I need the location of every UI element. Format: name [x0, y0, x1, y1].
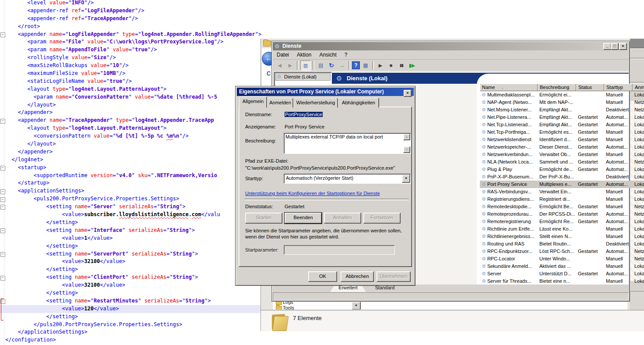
table-row[interactable]: ⚙NetzwerklistendienstIdentifiziert d...G…	[480, 136, 644, 143]
ok-button[interactable]: OK	[308, 271, 337, 282]
dialog-tab-anmelden[interactable]: Anmelden	[267, 98, 293, 108]
code-line[interactable]: <appender-ref ref="TraceAppender"/>	[0, 15, 318, 23]
scroll-down-icon[interactable]: ▼	[403, 146, 410, 153]
beschreibung-field[interactable]: Multiplexes external TCP/IP data on loca…	[284, 133, 411, 154]
cell-name: ⚙NAP-Agent (Netwo...	[480, 99, 538, 106]
dialog-tab-wiederherstellung[interactable]: Wiederherstellung	[293, 98, 338, 108]
forward-icon[interactable]: ►	[285, 61, 295, 70]
uebernehmen-button[interactable]: Übernehmen	[377, 271, 411, 282]
restart-service-icon[interactable]: ▮▶	[407, 61, 417, 70]
code-editor[interactable]: <level value="INFO"/><appender-ref ref="…	[0, 0, 271, 345]
show-console-tree-icon[interactable]: ▥	[300, 60, 311, 71]
help-icon[interactable]: ?	[352, 61, 360, 69]
table-row[interactable]: ⚙Port Proxy ServiceMultiplexes e...Gesta…	[480, 181, 644, 188]
properties-icon[interactable]: ▤	[316, 61, 326, 70]
table-row[interactable]: ⚙Richtlinienergebniss...Stellt einen N..…	[480, 233, 644, 240]
fold-marker-icon[interactable]: −	[0, 166, 5, 171]
menu-item-ansicht[interactable]: Ansicht	[315, 50, 340, 58]
table-row[interactable]: ⚙Remotedesktopdie...Ermöglicht Be...Gest…	[480, 203, 644, 210]
dropdown-button[interactable]: ▼	[352, 302, 361, 309]
table-row[interactable]: ⚙RemoteregistrierungErmöglicht Re...Gest…	[480, 218, 644, 225]
table-row[interactable]: ⚙Netzwerkverbindun...Verwaltet Ob...Gest…	[480, 151, 644, 158]
fold-marker-icon[interactable]: −	[0, 119, 5, 124]
code-line[interactable]: <appender name="LogFileAppender" type="l…	[0, 31, 318, 39]
dialog-titlebar[interactable]: Eigenschaften von Port Proxy Service (Lo…	[237, 88, 414, 96]
table-row[interactable]: ⚙PnP-X-IP-Busenum...Der PnP-X-Bu...Deakt…	[480, 173, 644, 181]
cell-status: Gestartet	[576, 218, 604, 225]
table-row[interactable]: ⚙Server für Threads...Bietet eine n...Ma…	[480, 277, 644, 285]
startparameter-input[interactable]	[284, 245, 395, 255]
table-row[interactable]: ⚙Registrierungsdiens...Registriert di...…	[480, 196, 644, 203]
fold-marker-icon[interactable]: −	[0, 276, 5, 281]
column-header-status[interactable]: Status	[576, 84, 604, 91]
dialog-tab-abhängigkeiten[interactable]: Abhängigkeiten	[338, 98, 379, 108]
table-row[interactable]: ⚙RPC-Endpunktzuor...Löst RPC-Sch...Gesta…	[480, 248, 644, 255]
table-row[interactable]: ⚙NLA (Network Loca...Sammelt und ...Gest…	[480, 158, 644, 166]
fold-marker-icon[interactable]: −	[0, 252, 5, 257]
dienstname-value: PortProxyService	[285, 112, 323, 117]
fold-marker-icon[interactable]: −	[0, 189, 5, 194]
menu-item-aktion[interactable]: Aktion	[293, 50, 315, 58]
fold-marker-icon[interactable]: −	[0, 205, 5, 210]
extended-view-icon[interactable]: ▦	[361, 61, 370, 70]
table-row[interactable]: ⚙Netzwerkspeicher-...Dieser Dienst...Ges…	[480, 143, 644, 151]
service-gear-icon: ⚙	[482, 196, 486, 202]
table-row[interactable]: ⚙Net.Tcp-Listenerad...Empfängt Akt...Ges…	[480, 121, 644, 128]
table-row[interactable]: ⚙RAS-Verbindungsv...Verwaltet Ein...Manu…	[480, 188, 644, 196]
export-list-icon[interactable]: →	[337, 61, 347, 70]
table-row[interactable]: ⚙ServerUnterstützt D...GestartetAutomat.…	[480, 270, 644, 277]
table-row[interactable]: ⚙Remoteprozedurau...Der RPCSS-Di...Gesta…	[480, 210, 644, 218]
table-row[interactable]: ⚙Net.Pipe-Listenera...Empfängt Akt...Ges…	[480, 114, 644, 121]
tree-item[interactable]: Tools	[283, 305, 294, 309]
dialog-tab-allgemein[interactable]: Allgemein	[239, 96, 267, 108]
column-header-starttyp[interactable]: Starttyp	[604, 84, 633, 91]
cell-name: ⚙RPC-Locator	[480, 255, 538, 263]
back-icon[interactable]: ◄	[275, 61, 285, 70]
table-row[interactable]: ⚙RPC-LocatorUnter Windo...ManuellNetzwer…	[480, 255, 644, 263]
table-row[interactable]: ⚙Routing und RASBietet Routin...Deaktivi…	[480, 240, 644, 248]
abbrechen-button[interactable]: Abbrechen	[341, 271, 374, 282]
close-button[interactable]: ×	[619, 43, 627, 50]
column-header-anmelden[interactable]: Anmelden als	[633, 84, 644, 91]
table-row[interactable]: ⚙NAP-Agent (Netwo...Mit dem NAP-...Manue…	[480, 99, 644, 106]
service-gear-icon: ⚙	[482, 137, 486, 142]
beenden-button[interactable]: Beenden	[285, 213, 322, 224]
pause-service-icon[interactable]: ▮▮	[397, 61, 406, 70]
table-row[interactable]: ⚙Plug & PlayErmöglicht de...GestartetAut…	[480, 166, 644, 173]
menu-item-datei[interactable]: Datei	[273, 50, 293, 58]
chevron-down-icon[interactable]: ▼	[402, 174, 410, 183]
cell-name: ⚙NLA (Network Loca...	[480, 158, 538, 166]
cell-beschreibung: Mit dem NAP-...	[538, 99, 576, 106]
fortsetzen-button[interactable]: Fortsetzen	[363, 213, 401, 224]
column-header-beschreibung[interactable]: Beschreibung	[538, 84, 576, 91]
table-row[interactable]: ⚙Net.Tcp-Portfreiga...Ermöglicht es...Ge…	[480, 128, 644, 136]
starten-button[interactable]: Starten	[245, 213, 282, 224]
close-icon[interactable]: ×	[404, 90, 412, 97]
menu-item-?[interactable]: ?	[341, 50, 352, 58]
code-line[interactable]: </root>	[0, 23, 318, 31]
fold-marker-icon[interactable]: −	[0, 197, 5, 202]
starttyp-combobox[interactable]: Automatisch (Verzögerter Start) ▼	[284, 174, 411, 184]
fold-marker-icon[interactable]: −	[0, 228, 5, 233]
column-header-name[interactable]: Name▲	[480, 84, 538, 91]
refresh-icon[interactable]: ↻	[327, 61, 336, 70]
maximize-button[interactable]: □	[611, 43, 619, 50]
scope-item-dienste-lokal[interactable]: ⚙ Dienste (Lokal)	[275, 73, 331, 81]
table-row[interactable]: ⚙Net.Msmq-Listener...Empfängt Akt...Deak…	[480, 106, 644, 114]
minimize-button[interactable]: _	[603, 43, 611, 50]
stop-service-icon[interactable]: ■	[386, 61, 396, 70]
start-service-icon[interactable]: ▶	[376, 61, 385, 70]
table-row[interactable]: ⚙Multimediaklassenpl...Ermöglicht ei...M…	[480, 91, 644, 99]
code-line[interactable]: </configuration>	[0, 336, 318, 344]
services-titlebar[interactable]: ⚙ Dienste _ □ ×	[273, 42, 629, 50]
service-gear-icon: ⚙	[482, 241, 486, 246]
fold-marker-icon[interactable]: −	[0, 32, 5, 37]
code-line[interactable]: <level value="INFO"/>	[0, 0, 318, 7]
table-row[interactable]: ⚙Sekundäre Anmeld...Aktiviert das ...Man…	[480, 263, 644, 270]
scroll-up-icon[interactable]: ▲	[403, 134, 410, 140]
anhalten-button[interactable]: Anhalten	[324, 213, 361, 224]
startoptions-help-link[interactable]: Unterstützung beim Konfigurieren der Sta…	[245, 191, 380, 196]
table-row[interactable]: ⚙Richtlinie zum Entfe...Lässt eine Ko...…	[480, 225, 644, 233]
cell-starttyp: Manuell	[604, 233, 633, 240]
code-line[interactable]: <appender-ref ref="LogFileAppender"/>	[0, 7, 318, 15]
